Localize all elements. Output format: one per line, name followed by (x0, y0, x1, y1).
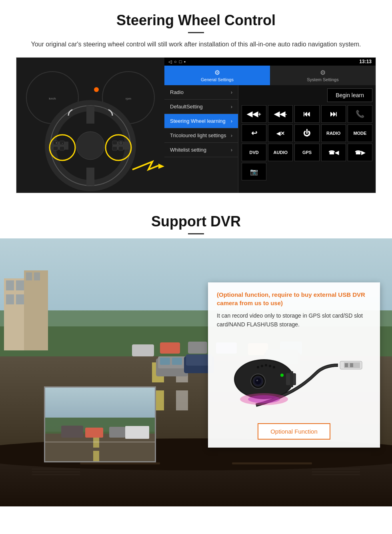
svg-rect-35 (24, 270, 48, 350)
power-btn[interactable]: ⏻ (294, 124, 319, 142)
svg-point-94 (280, 374, 284, 377)
svg-rect-72 (85, 428, 103, 438)
menu-item-radio[interactable]: Radio › (164, 85, 238, 100)
dvr-thumbnail-svg (45, 388, 156, 462)
svg-rect-61 (32, 468, 80, 470)
svg-rect-16 (53, 146, 58, 150)
mode-btn[interactable]: MODE (348, 124, 372, 142)
svg-rect-76 (45, 442, 156, 442)
svg-rect-51 (160, 358, 170, 365)
home-icon[interactable]: ○ (174, 59, 177, 64)
optional-function-button[interactable]: Optional Function (258, 423, 330, 440)
android-tabs: ⚙ General Settings ⚙ System Settings (164, 66, 376, 85)
next-track-btn[interactable]: ⏭ (321, 105, 346, 123)
dvr-camera-svg (224, 337, 364, 417)
svg-rect-36 (26, 272, 32, 280)
prev-track-btn[interactable]: ⏮ (294, 105, 319, 123)
menu-tricoloured-label: Tricoloured light settings (170, 132, 226, 138)
dvr-section: Support DVR (0, 201, 392, 506)
camera-btn[interactable]: 📷 (242, 163, 266, 180)
dvd-btn[interactable]: DVD (242, 144, 266, 161)
tab-system-settings[interactable]: ⚙ System Settings (270, 66, 376, 85)
android-menu: Radio › DefaultSetting › Steering Wheel … (164, 85, 238, 193)
optional-note-text: (Optional function, require to buy exter… (217, 290, 371, 307)
svg-rect-66 (312, 474, 360, 475)
menu-item-steering-wheel[interactable]: Steering Wheel learning › (164, 114, 238, 128)
svg-rect-74 (61, 426, 83, 438)
svg-point-91 (256, 380, 258, 381)
whitelist-chevron-icon: › (231, 147, 232, 153)
mute-btn[interactable]: ◀✕ (268, 124, 293, 142)
svg-point-90 (255, 378, 261, 384)
svg-rect-52 (172, 358, 182, 365)
radio-btn[interactable]: RADIO (321, 124, 346, 142)
begin-learn-button[interactable]: Begin learn (327, 88, 372, 102)
dvr-device-area (217, 337, 371, 417)
menu-radio-label: Radio (170, 89, 184, 95)
svg-rect-63 (32, 474, 80, 475)
subtitle-text: Your original car's steering wheel contr… (24, 40, 368, 49)
svg-rect-37 (34, 272, 40, 280)
statusbar-left-icons: ◁ ○ □ ▪ (168, 59, 186, 64)
android-statusbar: ◁ ○ □ ▪ 13:13 (164, 58, 376, 66)
svg-point-5 (94, 87, 99, 92)
menu-whitelist-label: Whitelist setting (170, 147, 206, 153)
svg-rect-62 (32, 471, 80, 472)
svg-rect-33 (6, 294, 14, 304)
phone-prev-btn[interactable]: ☎◀ (321, 144, 346, 161)
control-btn-row4: 📷 (242, 163, 372, 180)
phone-next-btn[interactable]: ☎▶ (348, 144, 372, 161)
android-control-panel: Begin learn ◀◀+ ◀◀- ⏮ ⏭ 📞 ↩ ◀✕ ⏻ (238, 85, 376, 193)
menu-icon[interactable]: ▪ (184, 59, 186, 64)
steering-section: Steering Wheel Control Your original car… (0, 0, 392, 201)
menu-steering-label: Steering Wheel learning (170, 118, 226, 124)
svg-text:rpm: rpm (126, 97, 131, 100)
tab-general-settings[interactable]: ⚙ General Settings (164, 66, 270, 85)
title-divider (188, 32, 204, 33)
gps-btn[interactable]: GPS (294, 144, 319, 161)
tab-general-label: General Settings (201, 77, 234, 82)
svg-point-83 (257, 366, 259, 368)
radio-chevron-icon: › (231, 90, 232, 95)
back-icon[interactable]: ◁ (168, 59, 172, 64)
svg-rect-79 (345, 363, 348, 367)
svg-rect-80 (350, 363, 353, 367)
steering-photo: km/h rpm (16, 58, 164, 193)
steering-content-area: km/h rpm (16, 57, 376, 193)
menu-item-tricoloured[interactable]: Tricoloured light settings › (164, 128, 238, 143)
menu-item-defaultsetting[interactable]: DefaultSetting › (164, 100, 238, 114)
audio-btn[interactable]: AUDIO (268, 144, 293, 161)
default-chevron-icon: › (231, 104, 232, 110)
tricoloured-chevron-icon: › (231, 133, 232, 138)
dvr-header: Support DVR (0, 201, 392, 238)
svg-rect-60 (232, 462, 312, 464)
svg-rect-45 (188, 342, 207, 354)
android-body: Radio › DefaultSetting › Steering Wheel … (164, 85, 376, 193)
phone-btn[interactable]: 📞 (348, 105, 372, 123)
svg-rect-73 (109, 427, 125, 438)
svg-rect-75 (125, 426, 149, 439)
svg-rect-93 (290, 371, 293, 387)
dvr-info-card: (Optional function, require to buy exter… (208, 282, 380, 448)
svg-rect-23 (112, 146, 117, 150)
vol-up-btn[interactable]: ◀◀+ (242, 105, 266, 123)
control-btn-row2: ↩ ◀✕ ⏻ RADIO MODE (242, 124, 372, 142)
svg-rect-42 (176, 390, 188, 410)
menu-item-whitelist[interactable]: Whitelist setting › (164, 143, 238, 157)
svg-rect-43 (132, 344, 154, 356)
svg-rect-24 (118, 146, 123, 150)
dvr-title: Support DVR (16, 213, 376, 230)
svg-point-25 (120, 142, 122, 144)
general-settings-icon: ⚙ (214, 69, 220, 76)
svg-rect-44 (160, 342, 180, 354)
hangup-btn[interactable]: ↩ (242, 124, 266, 142)
vol-down-btn[interactable]: ◀◀- (268, 105, 293, 123)
svg-rect-21 (112, 141, 117, 145)
svg-rect-31 (6, 280, 14, 290)
dvr-video-thumbnail (44, 386, 156, 462)
panel-top-row: Begin learn (242, 88, 372, 102)
control-btn-row3: DVD AUDIO GPS ☎◀ ☎▶ (242, 144, 372, 161)
svg-rect-70 (93, 451, 99, 462)
square-icon[interactable]: □ (179, 59, 182, 64)
svg-point-87 (273, 366, 275, 368)
